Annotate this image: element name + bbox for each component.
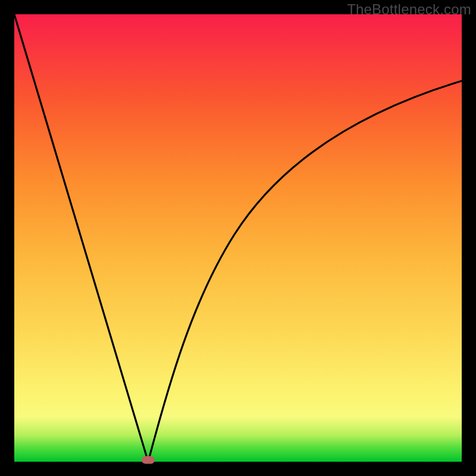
optimal-point-marker bbox=[142, 456, 155, 464]
bottleneck-curve bbox=[14, 14, 462, 462]
chart-frame: TheBottleneck.com bbox=[0, 0, 476, 476]
curve-right-branch bbox=[148, 81, 462, 462]
curve-left-branch bbox=[14, 14, 148, 462]
plot-area bbox=[14, 14, 462, 462]
watermark-text: TheBottleneck.com bbox=[347, 1, 471, 18]
